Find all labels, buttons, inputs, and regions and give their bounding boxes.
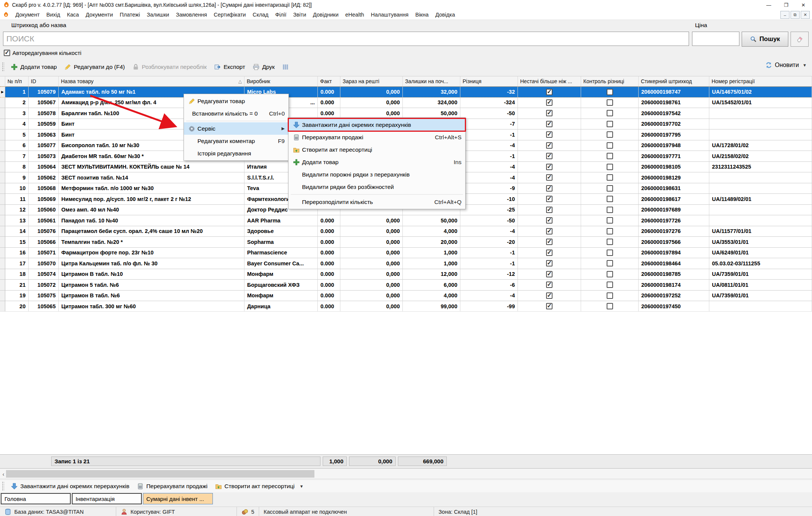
submenu-item-Додати товар[interactable]: Додати товарIns bbox=[288, 156, 465, 168]
cell-id[interactable]: 105076 bbox=[29, 226, 59, 237]
table-row[interactable]: 18105074Цитрамон В табл. №10Монфарм0.000… bbox=[0, 269, 812, 280]
menubar-item-вікна[interactable]: Вікна bbox=[412, 11, 432, 19]
submenu-item-Завантажити дані окремих перерахунків[interactable]: Завантажити дані окремих перерахунків bbox=[288, 119, 465, 131]
cell-reg[interactable] bbox=[709, 205, 812, 216]
cell-n[interactable]: 10 bbox=[5, 183, 29, 194]
cell-shortage[interactable] bbox=[518, 87, 581, 97]
cell-shortage[interactable] bbox=[518, 183, 581, 194]
cell-diff[interactable]: -6 bbox=[460, 280, 518, 291]
control-checkbox[interactable] bbox=[607, 121, 613, 127]
tab-Головна[interactable]: Головна bbox=[1, 493, 71, 504]
cell-control[interactable] bbox=[581, 87, 639, 97]
shortage-checkbox[interactable] bbox=[546, 271, 552, 277]
cell-sticker[interactable]: 2060000198761 bbox=[639, 97, 709, 108]
cell-n[interactable]: 6 bbox=[5, 140, 29, 151]
cell-sticker[interactable]: 2060000198464 bbox=[639, 258, 709, 269]
cell-diff[interactable]: -7 bbox=[460, 119, 518, 130]
table-row[interactable]: 16105071Фармацитрон форте пор. 23г №10Ph… bbox=[0, 248, 812, 259]
cell-name[interactable]: Парацетамол беби сусп. орал. 2,4% саше 1… bbox=[59, 226, 244, 237]
cell-control[interactable] bbox=[581, 172, 639, 183]
shortage-checkbox[interactable] bbox=[546, 228, 552, 234]
cell-sticker[interactable]: 2060000197450 bbox=[639, 301, 709, 312]
cell-reg[interactable] bbox=[709, 119, 812, 130]
cell-reg[interactable] bbox=[709, 183, 812, 194]
column-header[interactable]: Контроль різниці bbox=[581, 76, 639, 86]
cell-id[interactable]: 105059 bbox=[29, 119, 59, 130]
column-header[interactable]: Різниця bbox=[460, 76, 518, 86]
control-checkbox[interactable] bbox=[607, 239, 613, 245]
refresh-button[interactable]: Оновити ▼ bbox=[765, 62, 807, 68]
cell-reg[interactable]: UA/11577/01/01 bbox=[709, 226, 812, 237]
cell-fact[interactable]: 0.000 bbox=[318, 269, 340, 280]
tab-Інвентаризація[interactable]: Інвентаризація bbox=[72, 493, 142, 504]
cell-diff[interactable]: -12 bbox=[460, 269, 518, 280]
control-checkbox[interactable] bbox=[607, 185, 613, 192]
cell-sticker[interactable]: 2060000198174 bbox=[639, 280, 709, 291]
column-header[interactable]: Залишки на поч... bbox=[403, 76, 460, 86]
cell-diff[interactable]: -20 bbox=[460, 237, 518, 248]
cell-control[interactable] bbox=[581, 205, 639, 216]
cell-fact[interactable]: 0.000 bbox=[318, 301, 340, 312]
toolbar-button-Друк[interactable]: Друк bbox=[249, 62, 278, 72]
horizontal-scrollbar[interactable]: ‹ bbox=[0, 469, 812, 479]
cell-id[interactable]: 105067 bbox=[29, 97, 59, 108]
cell-sticker[interactable]: 2060000198617 bbox=[639, 194, 709, 205]
menubar-item-звіти[interactable]: Звіти bbox=[290, 11, 310, 19]
cell-n[interactable]: 14 bbox=[5, 226, 29, 237]
context-menu-item-Історія редагування[interactable]: Історія редагування bbox=[184, 147, 288, 160]
cell-diff[interactable]: -10 bbox=[460, 194, 518, 205]
cell-begin[interactable]: 324,000 bbox=[403, 97, 460, 108]
cell-reg[interactable]: UA/6249/01/01 bbox=[709, 248, 812, 259]
cell-n[interactable]: 7 bbox=[5, 151, 29, 162]
cell-n[interactable]: 3 bbox=[5, 108, 29, 119]
cell-control[interactable] bbox=[581, 162, 639, 173]
cell-id[interactable]: 105068 bbox=[29, 183, 59, 194]
cell-n[interactable]: 18 bbox=[5, 269, 29, 280]
cell-id[interactable]: 105072 bbox=[29, 280, 59, 291]
cell-reg[interactable] bbox=[709, 215, 812, 226]
column-header[interactable]: Факт bbox=[318, 76, 340, 86]
cell-reg[interactable] bbox=[709, 172, 812, 183]
cell-fact[interactable]: 0.000 bbox=[318, 226, 340, 237]
cell-sticker[interactable]: 2060000197771 bbox=[639, 151, 709, 162]
shortage-checkbox[interactable] bbox=[546, 260, 552, 266]
menubar-item-замовлення[interactable]: Замовлення bbox=[173, 11, 211, 19]
cell-mfr[interactable]: Sopharma bbox=[244, 237, 318, 248]
cell-id[interactable]: 105062 bbox=[29, 172, 59, 183]
cell-control[interactable] bbox=[581, 226, 639, 237]
cell-name[interactable]: ЗЕСТ позитив табл. №14 bbox=[59, 172, 244, 183]
cell-n[interactable]: 9 bbox=[5, 172, 29, 183]
cell-sticker[interactable]: 2060000197948 bbox=[639, 140, 709, 151]
cell-begin[interactable]: 12,000 bbox=[403, 269, 460, 280]
cell-begin[interactable]: 4,000 bbox=[403, 226, 460, 237]
cell-id[interactable]: 105073 bbox=[29, 151, 59, 162]
cell-sticker[interactable]: 2060000198747 bbox=[639, 87, 709, 97]
menubar-item-налаштування[interactable]: Налаштування bbox=[367, 11, 412, 19]
cell-begin[interactable]: 6,000 bbox=[403, 280, 460, 291]
cell-n[interactable]: 16 bbox=[5, 248, 29, 259]
cell-sticker[interactable]: 2060000197795 bbox=[639, 129, 709, 140]
cell-control[interactable] bbox=[581, 301, 639, 312]
minimize-button[interactable]: — bbox=[760, 0, 777, 10]
cell-shortage[interactable] bbox=[518, 269, 581, 280]
context-menu-item-Встановити кількість = 0[interactable]: Встановити кількість = 0Ctrl+0 bbox=[184, 107, 288, 120]
mdi-minimize-button[interactable]: ‒ bbox=[780, 11, 789, 19]
shortage-checkbox[interactable] bbox=[546, 303, 552, 309]
bottom-toolbar-button-Перерахувати продажі[interactable]: Перерахувати продажі bbox=[133, 481, 211, 491]
cell-id[interactable]: 105066 bbox=[29, 237, 59, 248]
shortage-checkbox[interactable] bbox=[546, 121, 552, 127]
cell-sticker[interactable]: 2060000198105 bbox=[639, 162, 709, 173]
cell-diff[interactable]: -4 bbox=[460, 172, 518, 183]
cell-n[interactable]: 19 bbox=[5, 291, 29, 301]
cell-shortage[interactable] bbox=[518, 205, 581, 216]
cell-shortage[interactable] bbox=[518, 237, 581, 248]
cell-control[interactable] bbox=[581, 215, 639, 226]
cell-shortage[interactable] bbox=[518, 97, 581, 108]
drag-handle[interactable] bbox=[2, 481, 4, 491]
cell-begin[interactable]: 20,000 bbox=[403, 237, 460, 248]
cell-name[interactable]: Темпалгин табл. №20 * bbox=[59, 237, 244, 248]
cell-now[interactable]: 0,000 bbox=[340, 291, 403, 301]
control-checkbox[interactable] bbox=[607, 99, 613, 106]
cell-name[interactable]: Фармацитрон форте пор. 23г №10 bbox=[59, 248, 244, 259]
cell-id[interactable]: 105064 bbox=[29, 162, 59, 173]
